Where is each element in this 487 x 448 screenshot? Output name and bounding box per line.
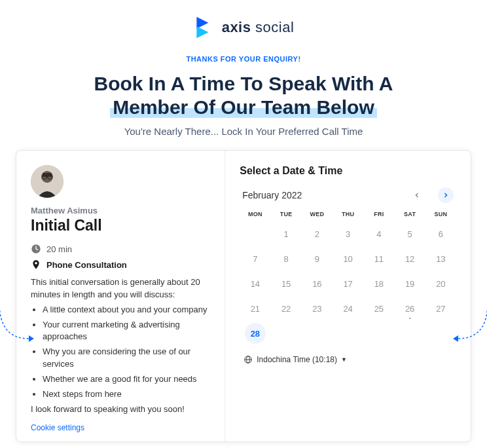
event-description: This initial conversation is generally a…	[31, 276, 210, 415]
weekday-header: THU	[333, 211, 363, 217]
calendar-day-disabled: 8	[276, 248, 297, 269]
weekday-header: TUE	[270, 211, 301, 217]
calendar-day-disabled: 13	[430, 248, 451, 269]
eyebrow-text: THANKS FOR YOUR ENQUIRY!	[13, 55, 474, 63]
host-name: Matthew Asimus	[31, 206, 210, 215]
description-bullet: Why you are considering the use of our s…	[43, 346, 210, 371]
calendar-day-disabled: 24	[338, 298, 359, 319]
description-bullet: Whether we are a good fit for your needs	[43, 373, 210, 386]
duration-row: 20 min	[31, 244, 210, 254]
calendar-day-disabled: 20	[430, 273, 451, 294]
event-details-pane: Matthew Asimus Initial Call 20 min Phone…	[16, 151, 225, 441]
calendar-day-disabled: 5	[399, 223, 420, 244]
location-text: Phone Consultation	[46, 260, 127, 270]
calendar-day-disabled: 25	[369, 298, 389, 319]
clock-icon	[31, 244, 41, 254]
location-pin-icon	[31, 259, 41, 270]
calendar-day-disabled: 18	[369, 273, 389, 294]
calendar-day-disabled: 7	[245, 248, 266, 269]
calendar-month-label: February 2022	[242, 190, 302, 200]
calendar-day-disabled: 9	[306, 248, 327, 269]
duration-text: 20 min	[46, 244, 72, 254]
page-headline: Book In A Time To Speak With A Member Of…	[73, 72, 414, 119]
calendar-day-disabled: 21	[245, 298, 266, 319]
booking-widget: Matthew Asimus Initial Call 20 min Phone…	[16, 150, 471, 442]
calendar-pane: Select a Date & Time February 2022 MONTU…	[225, 151, 471, 441]
timezone-selector[interactable]: Indochina Time (10:18) ▼	[240, 355, 456, 364]
calendar-day-available[interactable]: 28	[245, 323, 266, 344]
next-month-button[interactable]	[438, 187, 454, 203]
brand-logo: axis social	[13, 16, 474, 39]
svg-marker-0	[196, 17, 208, 29]
calendar-day-disabled: 17	[338, 273, 359, 294]
timezone-label: Indochina Time (10:18)	[257, 355, 337, 364]
event-title: Initial Call	[31, 217, 210, 234]
weekday-header: MON	[240, 211, 270, 217]
calendar-day-disabled: 6	[430, 223, 451, 244]
calendar-day-disabled: 11	[369, 248, 389, 269]
calendar-day-disabled: 4	[369, 223, 389, 244]
calendar-day-disabled: 16	[306, 273, 327, 294]
location-row: Phone Consultation	[31, 259, 210, 270]
calendar-day-disabled: 22	[276, 298, 297, 319]
calendar-day-disabled: 19	[399, 273, 420, 294]
globe-icon	[244, 355, 253, 364]
weekday-header: SAT	[394, 211, 425, 217]
calendar-day-disabled: 15	[276, 273, 297, 294]
calendar-day-disabled: 10	[338, 248, 359, 269]
cookie-settings-link[interactable]: Cookie settings	[31, 423, 210, 432]
calendar-day-disabled: 2	[306, 223, 327, 244]
description-bullet: A little context about you and your comp…	[43, 304, 210, 316]
calendar-day-disabled: 3	[338, 223, 359, 244]
calendar-day-disabled: 14	[245, 273, 266, 294]
description-bullet: Your current marketing & advertising app…	[43, 319, 210, 344]
weekday-header: SUN	[425, 211, 456, 217]
calendar-heading: Select a Date & Time	[240, 165, 456, 177]
page-subheadline: You're Nearly There... Lock In Your Pref…	[13, 126, 474, 137]
prev-month-button[interactable]	[409, 187, 425, 203]
calendar-day-disabled: 1	[276, 223, 297, 244]
brand-name: axis social	[222, 19, 295, 36]
svg-marker-1	[196, 26, 208, 38]
calendar-day-disabled: 23	[306, 298, 327, 319]
calendar-day-disabled: 27	[430, 298, 451, 319]
weekday-header: FRI	[363, 211, 394, 217]
calendar-day-disabled: 12	[399, 248, 420, 269]
caret-down-icon: ▼	[341, 356, 347, 363]
host-avatar	[31, 165, 63, 198]
description-bullet: Next steps from here	[43, 388, 210, 401]
weekday-header: WED	[302, 211, 333, 217]
axis-logo-icon	[193, 16, 217, 39]
calendar-day-disabled: 26	[399, 298, 420, 319]
